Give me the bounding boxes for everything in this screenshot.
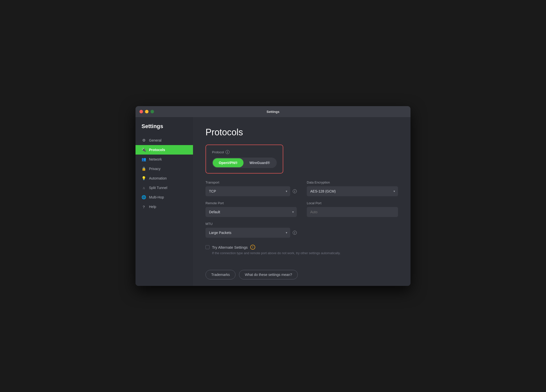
maximize-button[interactable] [150,110,154,113]
sidebar-item-multi-hop[interactable]: 🌐 Multi-Hop [136,193,193,202]
sidebar-item-general[interactable]: ⚙ General [136,136,193,145]
warning-icon: ! [250,245,255,250]
split-tunnel-icon: ⑃ [142,186,146,190]
network-icon: 👥 [142,157,146,162]
local-port-group: Local Port [307,201,398,217]
sidebar-item-help[interactable]: ? Help [136,202,193,211]
mtu-select-wrapper: Large Packets Small Packets ▾ [206,228,290,238]
alternate-settings-description: If the connection type and remote port a… [206,251,398,255]
content-area: Settings ⚙ General 🔌 Protocols 👥 Network… [136,117,410,286]
sidebar: Settings ⚙ General 🔌 Protocols 👥 Network… [136,117,193,286]
multi-hop-icon: 🌐 [142,195,146,199]
main-content: Protocols Protocol i OpenVPN® WireGuard®… [193,117,410,286]
close-button[interactable] [140,110,143,113]
help-icon: ? [142,204,146,209]
transport-select[interactable]: TCP UDP [206,186,290,196]
transport-row: TCP UDP ▾ i [206,186,297,196]
sidebar-label-general: General [149,138,162,142]
app-window: Settings Settings ⚙ General 🔌 Protocols … [136,106,410,286]
sidebar-label-help: Help [149,205,156,209]
protocol-card: Protocol i OpenVPN® WireGuard® [206,145,283,174]
help-settings-button[interactable]: What do these settings mean? [239,270,298,279]
titlebar: Settings [136,106,410,117]
privacy-icon: 🔒 [142,167,146,171]
alternate-settings-checkbox[interactable] [206,245,210,249]
mtu-row: Large Packets Small Packets ▾ i [206,228,297,238]
data-encryption-group: Data Encryption AES-128 (GCM) AES-256 (G… [307,181,398,196]
remote-port-label: Remote Port [206,201,297,205]
wireguard-button[interactable]: WireGuard® [244,158,276,167]
data-encryption-label: Data Encryption [307,181,398,184]
sidebar-label-multi-hop: Multi-Hop [149,195,164,199]
local-port-label: Local Port [307,201,398,205]
trademarks-button[interactable]: Trademarks [206,270,236,279]
data-encryption-select-wrapper: AES-128 (GCM) AES-256 (GCM) ▾ [307,186,398,196]
sidebar-label-privacy: Privacy [149,167,160,171]
mtu-label: MTU [206,222,297,226]
sidebar-item-automation[interactable]: 💡 Automation [136,174,193,183]
remote-port-select-wrapper: Default 443 1194 8080 ▾ [206,207,297,217]
protocol-info-icon[interactable]: i [226,150,230,154]
sidebar-item-protocols[interactable]: 🔌 Protocols [136,145,193,155]
sidebar-label-split-tunnel: Split Tunnel [149,186,167,190]
transport-label: Transport [206,181,297,184]
transport-info-icon[interactable]: i [293,189,297,193]
remote-port-select[interactable]: Default 443 1194 8080 [206,207,297,217]
traffic-lights [140,110,154,113]
alternate-settings-label: Try Alternate Settings [212,245,248,249]
window-title: Settings [266,110,279,114]
sidebar-label-network: Network [149,157,162,161]
protocol-label: Protocol i [212,150,277,154]
protocols-icon: 🔌 [142,148,146,152]
sidebar-item-network[interactable]: 👥 Network [136,155,193,164]
mtu-select[interactable]: Large Packets Small Packets [206,228,290,238]
mtu-info-icon[interactable]: i [293,231,297,235]
sidebar-item-split-tunnel[interactable]: ⑃ Split Tunnel [136,183,193,193]
sidebar-label-automation: Automation [149,176,167,180]
sidebar-item-privacy[interactable]: 🔒 Privacy [136,164,193,174]
page-title: Protocols [206,127,398,138]
gear-icon: ⚙ [142,138,146,143]
sidebar-label-protocols: Protocols [149,148,165,152]
transport-group: Transport TCP UDP ▾ i [206,181,297,196]
openvpn-button[interactable]: OpenVPN® [213,158,244,167]
local-port-input[interactable] [307,207,398,217]
data-encryption-select[interactable]: AES-128 (GCM) AES-256 (GCM) [307,186,398,196]
minimize-button[interactable] [145,110,148,113]
automation-icon: 💡 [142,176,146,181]
alternate-row: Try Alternate Settings ! [206,245,398,250]
mtu-group: MTU Large Packets Small Packets ▾ i [206,222,297,238]
bottom-actions: Trademarks What do these settings mean? [206,270,398,279]
alternate-settings-section: Try Alternate Settings ! If the connecti… [206,245,398,255]
sidebar-title: Settings [136,123,193,136]
transport-select-wrapper: TCP UDP ▾ [206,186,290,196]
settings-form: Transport TCP UDP ▾ i Data [206,181,398,238]
protocol-toggle: OpenVPN® WireGuard® [212,158,277,168]
remote-port-group: Remote Port Default 443 1194 8080 ▾ [206,201,297,217]
